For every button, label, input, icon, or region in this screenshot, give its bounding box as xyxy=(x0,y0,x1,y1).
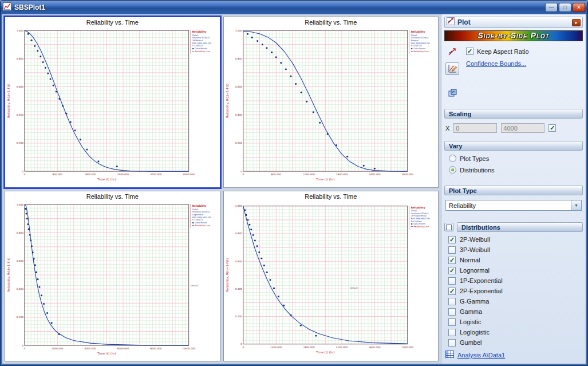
list-item[interactable]: G-Gamma xyxy=(445,296,583,306)
list-item[interactable]: Gamma xyxy=(445,306,583,317)
svg-text:0.400: 0.400 xyxy=(17,288,23,290)
select-all-checkbox-button[interactable] xyxy=(444,223,453,231)
checkbox[interactable] xyxy=(448,339,456,347)
checkbox[interactable] xyxy=(448,308,456,316)
plot-title: Reliability vs. Time xyxy=(224,191,439,201)
svg-text:2P-Weibull: 2P-Weibull xyxy=(192,40,203,42)
svg-text:RRX SRM MED FM: RRX SRM MED FM xyxy=(192,42,211,45)
svg-text:3200.000: 3200.000 xyxy=(150,173,162,176)
svg-text:4200.000: 4200.000 xyxy=(336,345,348,348)
panel-title: Plot xyxy=(457,18,569,26)
plot-panel-normal[interactable]: Reliability vs. Time 0600.0001200.000180… xyxy=(223,17,439,188)
plot-setup-icon[interactable] xyxy=(445,46,459,58)
maximize-button[interactable]: □ xyxy=(559,3,571,12)
titlebar[interactable]: SBSPlot1 — □ ✕ xyxy=(1,1,587,14)
plot-options-group: ✓ Keep Aspect Ratio Confidence Bounds... xyxy=(445,46,582,100)
checkbox[interactable]: ✓ xyxy=(448,257,456,264)
list-item[interactable]: ✓Normal xyxy=(445,255,583,265)
svg-text:Analysis A\Data1: Analysis A\Data1 xyxy=(192,37,211,39)
plot-header-icon xyxy=(447,17,455,27)
distribution-label: 2P-Exponential xyxy=(460,288,503,294)
vary-option-distributions[interactable]: Distributions xyxy=(449,166,581,174)
checkbox[interactable]: ✓ xyxy=(448,236,456,243)
list-item[interactable]: ✓Lognormal xyxy=(445,265,583,276)
svg-text:4000.000: 4000.000 xyxy=(84,347,96,350)
list-item[interactable]: Logistic xyxy=(445,317,583,327)
svg-text:2P-Exponential: 2P-Exponential xyxy=(411,215,427,217)
svg-text:Default: Default xyxy=(350,286,358,289)
list-item[interactable]: ✓2P-Weibull xyxy=(445,234,583,245)
minimize-button[interactable]: — xyxy=(545,3,558,12)
svg-text:3000.000: 3000.000 xyxy=(401,173,413,176)
scale-min-input[interactable] xyxy=(453,123,497,133)
svg-text:Reliability: Reliability xyxy=(411,30,425,33)
panel-header: Plot ▸ xyxy=(444,17,583,28)
edit-plot-icon[interactable] xyxy=(445,62,459,75)
svg-text:Data1: Data1 xyxy=(411,34,417,37)
list-item[interactable]: Loglogistic xyxy=(445,327,583,337)
distribution-label: Normal xyxy=(460,257,480,263)
svg-text:Reliability, R(t)=1-F(t): Reliability, R(t)=1-F(t) xyxy=(7,84,11,118)
svg-text:Time (t) (hr): Time (t) (hr) xyxy=(315,178,334,181)
plot-canvas-weibull: 0800.0001600.0002400.0003200.0004000.000… xyxy=(5,27,220,187)
checkbox[interactable]: ✓ xyxy=(448,267,456,274)
checkbox[interactable] xyxy=(448,277,456,285)
panel-collapse-button[interactable]: ▸ xyxy=(572,19,581,26)
data-source-link[interactable]: Analysis A\Data1 xyxy=(457,352,505,359)
checkbox[interactable] xyxy=(448,298,456,305)
plot-panel-weibull[interactable]: Reliability vs. Time 0800.0001600.000240… xyxy=(5,17,220,188)
datasheet-icon xyxy=(445,350,454,360)
select-all-box-icon xyxy=(446,225,452,230)
distributions-header-row: Distributions xyxy=(444,222,583,232)
x-axis-label: X xyxy=(445,125,449,132)
plot-types-label: Plot Types xyxy=(460,155,489,162)
scale-max-input[interactable] xyxy=(501,123,544,133)
plot-panel-lognormal[interactable]: Reliability vs. Time 02000.0004000.00060… xyxy=(5,191,220,362)
plot-panel-exponential[interactable]: Reliability vs. Time 01400.0002800.00042… xyxy=(223,191,439,362)
svg-text:0: 0 xyxy=(24,347,26,350)
close-button[interactable]: ✕ xyxy=(573,3,585,12)
keep-aspect-ratio-option[interactable]: ✓ Keep Aspect Ratio xyxy=(466,48,529,55)
checkbox[interactable] xyxy=(448,246,456,254)
svg-text:0.400: 0.400 xyxy=(235,113,242,116)
plot-types-radio[interactable] xyxy=(449,155,456,162)
keep-aspect-ratio-checkbox[interactable]: ✓ xyxy=(466,48,473,55)
list-item[interactable]: ✓2P-Exponential xyxy=(445,286,583,296)
plot-type-dropdown[interactable]: Reliability ▼ xyxy=(445,200,582,211)
svg-text:Time (t) (hr): Time (t) (hr) xyxy=(97,178,116,181)
autoscale-checkbox[interactable]: ✓ xyxy=(548,124,556,132)
svg-text:0.200: 0.200 xyxy=(17,141,23,144)
svg-text:RRX SRM MED FM: RRX SRM MED FM xyxy=(192,216,211,218)
svg-text:2000.000: 2000.000 xyxy=(52,347,64,350)
svg-text:F=19/S=0: F=19/S=0 xyxy=(411,45,422,47)
side-by-side-banner: Side-by-Side Plot xyxy=(444,30,583,41)
list-item[interactable]: 1P-Exponential xyxy=(445,276,583,286)
overlay-plot-icon[interactable] xyxy=(445,87,459,100)
checkbox[interactable]: ✓ xyxy=(448,288,456,295)
svg-text:Analysis A\Data1: Analysis A\Data1 xyxy=(192,211,211,213)
svg-text:Reliability Line: Reliability Line xyxy=(195,50,211,53)
svg-text:Reliability Line: Reliability Line xyxy=(195,224,211,226)
confidence-bounds-link[interactable]: Confidence Bounds... xyxy=(466,60,529,67)
svg-text:Reliability, R(t)=1-F(t): Reliability, R(t)=1-F(t) xyxy=(225,258,229,292)
list-item[interactable]: Gumbel xyxy=(445,337,583,348)
svg-text:0.800: 0.800 xyxy=(235,232,242,235)
checkbox[interactable] xyxy=(448,318,456,326)
keep-aspect-ratio-label: Keep Aspect Ratio xyxy=(477,48,529,55)
svg-text:F=19/S=0: F=19/S=0 xyxy=(411,220,422,222)
distribution-label: Gamma xyxy=(460,308,482,315)
list-item[interactable]: 3P-Weibull xyxy=(445,245,583,255)
distributions-radio[interactable] xyxy=(449,166,456,174)
distribution-label: Loglogistic xyxy=(460,329,490,336)
distribution-label: 1P-Exponential xyxy=(460,277,503,284)
svg-text:0.800: 0.800 xyxy=(17,231,23,234)
checkbox[interactable] xyxy=(448,329,456,336)
svg-text:0.800: 0.800 xyxy=(235,57,242,60)
svg-text:Data Points: Data Points xyxy=(413,48,425,50)
vary-option-plot-types[interactable]: Plot Types xyxy=(449,155,581,162)
chevron-down-icon[interactable]: ▼ xyxy=(571,200,581,210)
plot-option-column: ✓ Keep Aspect Ratio Confidence Bounds... xyxy=(466,46,529,100)
svg-text:0: 0 xyxy=(242,173,244,176)
svg-text:Normal: Normal xyxy=(411,40,418,42)
svg-text:1.000: 1.000 xyxy=(17,29,23,32)
